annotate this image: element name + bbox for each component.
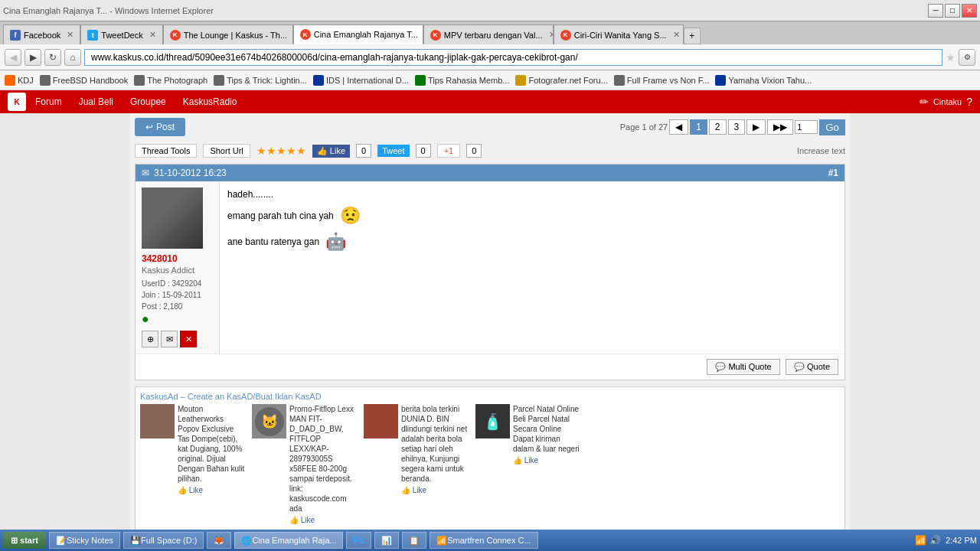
prev-page-button[interactable]: ◀ — [669, 119, 688, 135]
taskbar-sticky-notes[interactable]: 📝 Sticky Notes — [49, 532, 120, 549]
ad-cat-icon: 🐱 — [255, 407, 284, 436]
go-button[interactable]: Go — [819, 119, 845, 135]
post-1-timestamp: 31-10-2012 16:23 — [154, 168, 227, 178]
home-button[interactable]: ⌂ — [64, 49, 81, 66]
close-button[interactable]: ✕ — [962, 4, 977, 18]
tab-mpv[interactable]: K MPV terbaru dengan Val... ✕ — [423, 24, 554, 44]
new-tab-button[interactable]: + — [684, 28, 701, 44]
smartfren-label: Smartfren Connex C... — [447, 536, 531, 545]
bookmark-freebsd[interactable]: FreeBSD Handbook — [40, 75, 128, 86]
back-button[interactable]: ◀ — [5, 49, 21, 66]
post-1-action1[interactable]: ⊕ — [142, 331, 158, 347]
taskbar-smartfren[interactable]: 📶 Smartfren Connex C... — [430, 532, 537, 549]
bookmark-ids[interactable]: IDS | International D... — [313, 75, 409, 86]
minimize-button[interactable]: ─ — [928, 4, 943, 18]
post-1-username[interactable]: 3428010 — [142, 253, 213, 264]
tab-lounge[interactable]: K The Lounge | Kaskus - Th... ✕ — [163, 24, 293, 44]
taskbar-full-space[interactable]: 💾 Full Space (D:) — [123, 532, 204, 549]
tab-cina1[interactable]: K Cina Emanglah Rajanya T... ✕ — [293, 24, 423, 44]
page-2-button[interactable]: 2 — [709, 119, 727, 135]
bookmark-fullframe[interactable]: Full Frame vs Non F... — [614, 75, 710, 86]
nav-kaskusradio[interactable]: KaskusRadio — [175, 93, 245, 111]
tab-cina1-label: Cina Emanglah Rajanya T... — [314, 30, 418, 39]
nav-groupee[interactable]: Groupee — [122, 93, 174, 111]
taskbar-photoshop[interactable]: Ps — [346, 532, 371, 549]
taskbar-unknown2[interactable]: 📋 — [402, 532, 426, 549]
windows-icon: ⊞ — [11, 536, 18, 545]
last-page-button[interactable]: ▶▶ — [767, 119, 793, 135]
tweet-label: Tweet — [382, 146, 404, 155]
system-icons: 📶 🔊 — [915, 535, 941, 546]
ad-like-icon-3: 👍 — [513, 456, 522, 465]
bookmark-tips-trick[interactable]: Tips & Trick: Lightin... — [214, 75, 307, 86]
like-button[interactable]: 👍 Like — [312, 145, 350, 158]
page-input[interactable] — [795, 120, 818, 134]
ad-like-icon-2: 👍 — [401, 486, 410, 494]
increase-text-button[interactable]: Increase text — [797, 146, 845, 155]
nav-jual-beli[interactable]: Jual Beli — [71, 93, 121, 111]
tab-ciri-close[interactable]: ✕ — [673, 30, 680, 40]
nav-forum[interactable]: Forum — [28, 93, 70, 111]
post-1-post-label: Post : 2,180 — [142, 301, 213, 312]
thread-tools-button[interactable]: Thread Tools — [135, 144, 197, 158]
bookmark-fotografer-label: Fotografer.net Foru... — [528, 76, 607, 85]
bookmark-kdj[interactable]: KDJ — [5, 75, 34, 86]
tab-ciri[interactable]: K Ciri-Ciri Wanita Yang S... ✕ — [554, 24, 684, 44]
full-space-label: Full Space (D:) — [141, 536, 197, 545]
page-3-button[interactable]: 3 — [728, 119, 746, 135]
rating-stars[interactable]: ★★★★★ — [256, 145, 306, 157]
maximize-button[interactable]: □ — [945, 4, 960, 18]
next-page-button[interactable]: ▶ — [746, 119, 766, 135]
tweet-count: 0 — [416, 144, 431, 158]
ad-like-3[interactable]: 👍 Like — [513, 455, 583, 465]
ad-title-1: Promo-Fitflop Lexx MAN FIT-D_DAD_D_BW, F… — [289, 405, 354, 513]
kaskus-logo[interactable]: K — [8, 93, 26, 111]
bookmark-freebsd-label: FreeBSD Handbook — [53, 76, 128, 85]
settings-button[interactable]: ⚙ — [959, 49, 975, 66]
bookmark-fotografer-icon — [515, 75, 526, 86]
time-value: 2:42 PM — [946, 536, 977, 545]
post-button[interactable]: ↩ Post — [135, 118, 185, 136]
quote-icon: 💬 — [794, 362, 805, 371]
tab-facebook[interactable]: f Facebook ✕ — [3, 24, 80, 44]
bookmark-yamaha[interactable]: Yamaha Vixion Tahu... — [715, 75, 812, 86]
ad-item-1: 🐱 Promo-Fitflop Lexx MAN FIT-D_DAD_D_BW,… — [252, 404, 359, 525]
plusone-button[interactable]: +1 — [437, 144, 461, 158]
tab-ciri-label: Ciri-Ciri Wanita Yang S... — [574, 31, 667, 40]
ad-like-2[interactable]: 👍 Like — [401, 485, 471, 495]
help-icon: ? — [966, 96, 972, 108]
start-button[interactable]: ⊞ start — [3, 532, 46, 549]
post-1-user-info: UserID : 3429204 Join : 15-09-2011 Post … — [142, 278, 213, 312]
ad-like-0[interactable]: 👍 Like — [178, 485, 247, 495]
page-1-button[interactable]: 1 — [690, 119, 707, 135]
bookmark-photograph[interactable]: The Photograph — [134, 75, 207, 86]
cina1-icon: K — [300, 29, 311, 40]
site-nav-right: ✏ Cintaku ? — [920, 96, 972, 108]
bookmark-fotografer[interactable]: Fotografer.net Foru... — [515, 75, 607, 86]
tweet-button[interactable]: Tweet — [377, 145, 409, 157]
url-input[interactable] — [84, 49, 942, 66]
tab-tweetdeck[interactable]: t TweetDeck ✕ — [80, 24, 162, 44]
forward-button[interactable]: ▶ — [24, 49, 41, 66]
bookmark-tips-rahasia[interactable]: Tips Rahasia Memb... — [415, 75, 510, 86]
post-controls: ↩ Post Page 1 of 27 ◀ 1 2 3 ▶ ▶▶ Go — [135, 118, 845, 136]
emoji1: 😟 — [340, 206, 361, 226]
ad-text-0: Mouton Leatherworks Popov Exclusive Tas … — [178, 404, 247, 495]
mpv-icon: K — [430, 30, 441, 41]
ad-like-1[interactable]: 👍 Like — [289, 515, 359, 525]
post-1-action3[interactable]: ✕ — [180, 331, 197, 347]
short-url-button[interactable]: Short Url — [203, 144, 250, 158]
tab-lounge-label: The Lounge | Kaskus - Th... — [184, 31, 287, 40]
post-1-user-actions: ⊕ ✉ ✕ — [142, 331, 213, 347]
tab-tweetdeck-close[interactable]: ✕ — [149, 30, 156, 40]
refresh-button[interactable]: ↻ — [44, 49, 61, 66]
post-1-multiquote-button[interactable]: 💬 Multi Quote — [707, 359, 779, 375]
post-1-quote-button[interactable]: 💬 Quote — [786, 359, 838, 375]
tab-facebook-close[interactable]: ✕ — [67, 30, 74, 40]
bookmark-photograph-icon — [134, 75, 145, 86]
taskbar-unknown1[interactable]: 📊 — [374, 532, 399, 549]
taskbar-cina[interactable]: 🌐 Cina Emanglah Raja... — [234, 532, 343, 549]
taskbar-firefox[interactable]: 🦊 — [207, 532, 231, 549]
bookmark-star-icon[interactable]: ★ — [946, 51, 956, 64]
post-1-action2[interactable]: ✉ — [161, 331, 178, 347]
